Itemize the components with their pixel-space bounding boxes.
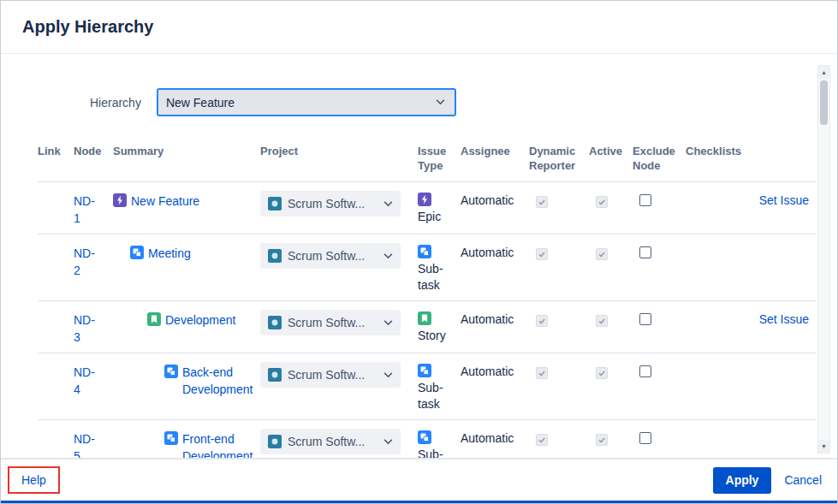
node-link[interactable]: ND-1: [74, 193, 99, 227]
subtask-icon: [164, 431, 178, 445]
table-row: ND-5Front-end DevelopmentScrum Softw...S…: [38, 419, 816, 458]
active-cell: [589, 234, 633, 300]
help-highlight-box: Help: [8, 466, 60, 494]
cancel-link[interactable]: Cancel: [784, 473, 822, 487]
help-link[interactable]: Help: [21, 473, 46, 487]
subtask-icon: [418, 245, 454, 258]
chevron-down-icon: [383, 372, 393, 378]
hierarchy-label: Hierarchy: [90, 96, 141, 110]
node-cell: ND-1: [74, 182, 113, 234]
active-cell: [589, 301, 633, 353]
story-icon: [147, 312, 161, 326]
table-row: ND-3DevelopmentScrum Softw...StoryAutoma…: [38, 300, 816, 353]
project-select[interactable]: Scrum Softw...: [260, 362, 401, 388]
summary-cell: New Feature: [113, 182, 260, 234]
dialog-body: Hierarchy New Feature Link Node Summary …: [1, 54, 837, 458]
assignee-value: Automatic: [461, 193, 514, 207]
chevron-down-icon: [436, 99, 445, 105]
exclude-node-cell: [633, 353, 686, 419]
project-select[interactable]: Scrum Softw...: [260, 243, 401, 269]
assignee-cell: Automatic: [461, 353, 529, 419]
subtask-icon: [130, 246, 144, 259]
subtask-icon: [418, 430, 454, 444]
chevron-down-icon: [383, 253, 393, 259]
bottom-accent-bar: [1, 501, 837, 503]
node-cell: ND-5: [74, 420, 113, 458]
active-cell: [589, 353, 633, 419]
dynamic-reporter-cell: [529, 353, 589, 419]
project-cell: Scrum Softw...: [260, 182, 418, 234]
summary-link[interactable]: Back-end Development: [182, 364, 260, 398]
set-issue-link[interactable]: Set Issue: [759, 312, 809, 326]
link-cell: [38, 353, 74, 419]
active-checkbox: [596, 196, 608, 208]
node-link[interactable]: ND-2: [74, 245, 99, 279]
active-checkbox: [596, 315, 608, 327]
summary-link[interactable]: Development: [165, 311, 236, 329]
exclude-node-checkbox[interactable]: [639, 246, 651, 258]
exclude-node-cell: [633, 301, 686, 353]
active-checkbox: [596, 367, 608, 379]
table-row: ND-1New FeatureScrum Softw...EpicAutomat…: [38, 181, 816, 234]
active-cell: [589, 420, 633, 458]
project-select[interactable]: Scrum Softw...: [260, 310, 401, 335]
active-cell: [589, 182, 633, 234]
project-icon: [268, 368, 282, 382]
exclude-node-checkbox[interactable]: [639, 313, 651, 325]
summary-link[interactable]: Front-end Development: [182, 430, 260, 458]
scroll-down-arrow[interactable]: ▼: [818, 440, 829, 453]
col-header-active: Active: [589, 144, 633, 173]
checklists-cell: Set Issue: [686, 182, 816, 234]
exclude-node-checkbox[interactable]: [639, 432, 651, 444]
exclude-node-checkbox[interactable]: [639, 365, 651, 377]
chevron-down-icon: [383, 201, 393, 207]
col-header-checklists: Checklists: [686, 144, 816, 173]
project-icon: [268, 316, 282, 329]
issue-type-label: Sub-task: [418, 261, 454, 294]
table-row: ND-4Back-end DevelopmentScrum Softw...Su…: [38, 353, 816, 419]
chevron-down-icon: [383, 439, 393, 445]
apply-button[interactable]: Apply: [713, 467, 772, 494]
exclude-node-cell: [633, 420, 686, 458]
project-select[interactable]: Scrum Softw...: [260, 191, 401, 216]
col-header-project: Project: [260, 144, 418, 173]
dynamic-reporter-checkbox: [536, 315, 548, 327]
subtask-icon: [418, 364, 454, 377]
project-icon: [268, 249, 282, 263]
project-cell: Scrum Softw...: [260, 420, 418, 458]
project-cell: Scrum Softw...: [260, 353, 418, 419]
link-cell: [38, 234, 74, 300]
issue-type-cell: Epic: [418, 182, 461, 234]
col-header-dynamic-reporter: Dynamic Reporter: [529, 144, 589, 173]
summary-link[interactable]: Meeting: [148, 245, 191, 262]
node-cell: ND-2: [74, 234, 113, 300]
node-link[interactable]: ND-4: [74, 364, 99, 398]
dynamic-reporter-cell: [529, 234, 589, 300]
summary-cell: Back-end Development: [113, 353, 260, 419]
node-cell: ND-4: [74, 353, 113, 419]
summary-link[interactable]: New Feature: [131, 193, 199, 210]
issue-type-cell: Sub-task: [418, 353, 461, 419]
vertical-scrollbar[interactable]: ▲ ▼: [817, 65, 830, 454]
issue-type-cell: Sub-task: [418, 420, 461, 458]
node-link[interactable]: ND-5: [74, 430, 99, 458]
scroll-content: Hierarchy New Feature Link Node Summary …: [1, 54, 837, 458]
exclude-node-checkbox[interactable]: [639, 194, 651, 206]
dynamic-reporter-checkbox: [536, 434, 548, 446]
col-header-exclude-node: Exclude Node: [633, 144, 686, 173]
chevron-down-icon: [383, 320, 393, 326]
footer-actions: Apply Cancel: [713, 467, 822, 494]
issue-type-cell: Sub-task: [418, 234, 461, 300]
project-select[interactable]: Scrum Softw...: [260, 429, 401, 454]
col-header-issue-type: Issue Type: [418, 144, 461, 173]
col-header-node: Node: [74, 144, 113, 173]
subtask-icon: [164, 365, 178, 378]
dynamic-reporter-checkbox: [536, 248, 548, 260]
node-link[interactable]: ND-3: [74, 311, 99, 346]
set-issue-link[interactable]: Set Issue: [759, 193, 809, 207]
scroll-up-arrow[interactable]: ▲: [818, 66, 829, 79]
hierarchy-select[interactable]: New Feature: [157, 88, 456, 116]
exclude-node-cell: [633, 182, 686, 234]
scrollbar-thumb[interactable]: [820, 80, 828, 125]
assignee-cell: Automatic: [461, 234, 529, 300]
